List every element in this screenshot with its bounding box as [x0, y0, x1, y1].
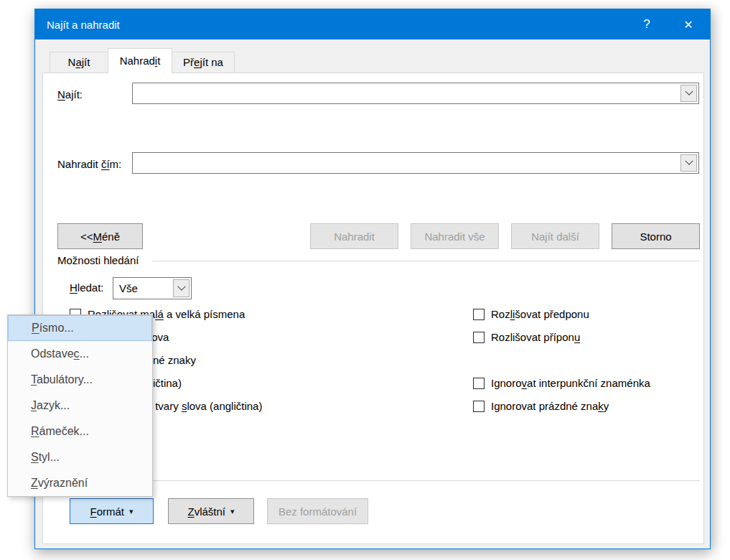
format-button[interactable]: Formát ▾: [70, 498, 154, 524]
menu-item-highlight[interactable]: Zvýraznění: [8, 470, 152, 496]
tab-nahradit[interactable]: Nahradit: [108, 48, 172, 73]
format-button-label: Formát: [90, 505, 124, 518]
special-button-label: Zvláštní: [187, 505, 225, 518]
replace-all-button[interactable]: Nahradit vše: [411, 223, 499, 249]
menu-item-paragraph[interactable]: Odstavec...: [8, 341, 152, 367]
search-options-divider: [152, 261, 700, 261]
question-mark-icon: ?: [643, 17, 650, 32]
search-scope-label: Hledat:: [70, 281, 104, 294]
find-next-button[interactable]: Najít další: [511, 223, 599, 249]
tab-najit[interactable]: Najít: [50, 52, 108, 73]
find-label: Najít:: [57, 88, 83, 101]
find-input[interactable]: [139, 83, 677, 103]
menu-item-font[interactable]: Písmo...: [8, 315, 152, 341]
menu-item-tabs[interactable]: Tabulátory...: [8, 367, 152, 393]
special-button[interactable]: Zvláštní ▾: [168, 498, 254, 524]
checkbox-row-ignore-whitespace: Ignorovat prázdné znaky: [473, 400, 609, 412]
no-formatting-button[interactable]: Bez formátování: [267, 498, 368, 524]
screen: Najít a nahradit ? ✕ Najít Nahradit Přej…: [0, 0, 730, 560]
chevron-down-icon: [685, 88, 693, 95]
menu-item-frame[interactable]: Rámeček...: [8, 419, 152, 444]
match-prefix-checkbox[interactable]: [473, 309, 485, 320]
help-button[interactable]: ?: [631, 9, 663, 39]
chevron-down-icon: [685, 157, 693, 165]
dropdown-arrow-icon: ▾: [230, 507, 235, 516]
titlebar[interactable]: Najít a nahradit: [35, 9, 710, 39]
search-scope-value: Vše: [119, 278, 169, 299]
replace-with-label: Nahradit čím:: [57, 158, 121, 170]
chevron-down-icon: [177, 282, 185, 290]
ignore-whitespace-checkbox[interactable]: [473, 401, 485, 412]
ignore-whitespace-label: Ignorovat prázdné znaky: [491, 400, 609, 412]
find-combobox[interactable]: [132, 83, 699, 104]
match-suffix-label: Rozlišovat příponu: [491, 331, 580, 343]
replace-combobox[interactable]: [132, 152, 699, 174]
ignore-punctuation-checkbox[interactable]: [473, 378, 485, 389]
find-dropdown-button[interactable]: [680, 85, 697, 102]
menu-item-language[interactable]: Jazyk...: [8, 393, 152, 419]
checkbox-row-ignore-punctuation: Ignorovat interpunkční znaménka: [473, 377, 650, 389]
checkbox-row-match-prefix: Rozlišovat předponu: [473, 308, 589, 320]
search-scope-combobox[interactable]: Vše: [113, 277, 192, 299]
checkbox-row-match-suffix: Rozlišovat příponu: [473, 331, 580, 343]
close-button[interactable]: ✕: [673, 9, 704, 39]
replace-group-divider: [57, 480, 700, 481]
format-menu: Písmo... Odstavec... Tabulátory... Jazyk…: [7, 314, 153, 497]
tab-prejit-na[interactable]: Přejít na: [172, 52, 235, 73]
search-scope-dropdown-button[interactable]: [173, 279, 189, 297]
replace-dropdown-button[interactable]: [680, 154, 697, 172]
less-button[interactable]: << Méně: [57, 223, 143, 249]
search-options-group-label: Možnosti hledání: [57, 254, 139, 266]
replace-button[interactable]: Nahradit: [310, 223, 398, 249]
match-prefix-label: Rozlišovat předponu: [491, 308, 589, 320]
dialog-title: Najít a nahradit: [47, 19, 120, 31]
match-suffix-checkbox[interactable]: [473, 332, 485, 343]
dropdown-arrow-icon: ▾: [129, 507, 134, 516]
tab-strip: Najít Nahradit Přejít na: [50, 48, 234, 73]
replace-input[interactable]: [139, 153, 677, 173]
ignore-punctuation-label: Ignorovat interpunkční znaménka: [491, 377, 650, 389]
close-icon: ✕: [683, 18, 693, 32]
menu-item-style[interactable]: Styl...: [8, 444, 152, 470]
cancel-button[interactable]: Storno: [612, 223, 700, 249]
